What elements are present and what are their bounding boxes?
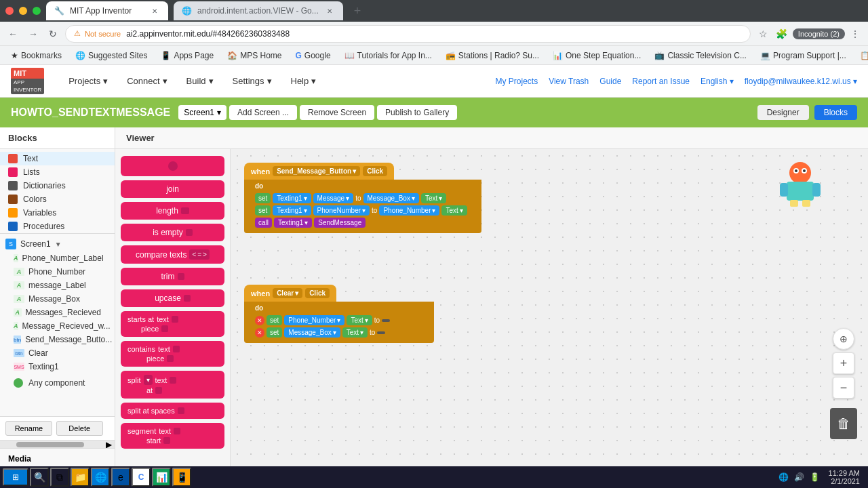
my-projects-link[interactable]: My Projects (495, 77, 538, 86)
comp-phone-number[interactable]: A Phone_Number (0, 265, 115, 279)
canvas-area[interactable]: when Send_Message_Button ▾ Click do (231, 149, 868, 466)
message-label-text: message_Label (28, 281, 86, 290)
comp-send-message-btn[interactable]: btn Send_Message_Butto... (0, 333, 115, 346)
palette-isempty-block[interactable]: is empty (121, 224, 224, 241)
palette-contains-block[interactable]: contains text piece (121, 341, 224, 367)
screen1-header[interactable]: S Screen1 ▼ (0, 237, 115, 251)
start-button[interactable]: ⊞ (3, 468, 28, 486)
extensions-button[interactable]: 🧩 (773, 26, 790, 42)
block-any-component[interactable]: Any component (0, 376, 115, 390)
taskbar-app2[interactable]: 📱 (172, 468, 191, 487)
add-screen-button[interactable]: Add Screen ... (229, 105, 297, 120)
onestep-bookmark[interactable]: 📊 One Step Equation... (547, 49, 646, 62)
block-colors[interactable]: Colors (0, 192, 115, 206)
palette-length-block[interactable]: length (121, 202, 224, 220)
tab-close-icon[interactable]: ✕ (149, 5, 160, 16)
nav-build[interactable]: Build ▾ (178, 73, 222, 89)
palette-trim-block[interactable]: trim (121, 268, 224, 285)
classic-tv-bookmark[interactable]: 📺 Classic Television C... (649, 49, 751, 62)
back-button[interactable]: ← (5, 26, 20, 42)
url-bar[interactable]: ⚠ Not secure ai2.appinventor.mit.edu/#48… (65, 25, 751, 43)
remove-screen-button[interactable]: Remove Screen (300, 105, 374, 120)
view-trash-link[interactable]: View Trash (549, 77, 589, 86)
suggested-sites-bookmark[interactable]: 🌐 Suggested Sites (70, 49, 153, 62)
report-card-bookmark[interactable]: 📋 101 Report Card Co... (854, 49, 868, 62)
comp-message-received-w[interactable]: A Message_Recieved_w... (0, 319, 115, 333)
taskbar-file-explorer[interactable]: 📁 (71, 468, 90, 487)
bookmark-star-button[interactable]: ☆ (756, 26, 770, 42)
inactive-tab-close-icon[interactable]: ✕ (324, 5, 335, 16)
block-variables[interactable]: Variables (0, 206, 115, 220)
forward-button[interactable]: → (26, 26, 41, 42)
to-kw-clear-1: to (374, 317, 380, 324)
guide-link[interactable]: Guide (599, 77, 621, 86)
nav-projects[interactable]: Projects ▾ (60, 73, 116, 89)
texting1-dot-1: ▾ (304, 195, 307, 202)
svg-point-3 (795, 169, 797, 172)
rename-button[interactable]: Rename (5, 421, 52, 436)
win-min-btn[interactable] (19, 7, 27, 15)
classic-tv-label: Classic Television C... (667, 51, 746, 60)
nav-settings[interactable]: Settings ▾ (224, 73, 280, 89)
blocks-panel-scrollbar[interactable]: ▶ (0, 440, 115, 448)
svg-rect-7 (812, 183, 821, 197)
palette-split-block[interactable]: split ▾ text at (121, 371, 224, 399)
comp-phone-number-label[interactable]: A Phone_Number_Label (0, 251, 115, 265)
apps-page-bookmark[interactable]: 📱 Apps Page (155, 49, 219, 62)
nav-help[interactable]: Help ▾ (283, 73, 325, 89)
tutorials-bookmark[interactable]: 📖 Tutorials for App In... (339, 49, 437, 62)
taskbar-edge[interactable]: 🌐 (91, 468, 110, 487)
comp-message-label[interactable]: A message_Label (0, 279, 115, 292)
palette-comparetexts-block[interactable]: compare texts <=> (121, 245, 224, 264)
publish-gallery-button[interactable]: Publish to Gallery (377, 105, 457, 120)
event-block-clear[interactable]: when Clear ▾ Click do (244, 285, 434, 343)
text-prop-label-2: Text (446, 207, 458, 214)
palette-dot-block[interactable] (121, 156, 224, 176)
taskbar-task-view[interactable]: ⧉ (50, 468, 69, 487)
language-selector[interactable]: English ▾ (701, 77, 734, 86)
navigate-crosshair-button[interactable]: ⊕ (833, 328, 854, 350)
split-dropdown[interactable]: ▾ (144, 375, 153, 385)
designer-mode-button[interactable]: Designer (757, 105, 809, 120)
user-account[interactable]: floydip@milwaukee.k12.wi.us ▾ (745, 77, 857, 86)
trash-button[interactable]: 🗑 (830, 408, 857, 439)
active-tab[interactable]: 🔧 MIT App Inventor ✕ (46, 1, 168, 20)
stations-bookmark[interactable]: 📻 Stations | Radio? Su... (440, 49, 545, 62)
block-lists[interactable]: Lists (0, 165, 115, 179)
blocks-mode-button[interactable]: Blocks (814, 105, 857, 120)
new-tab-button[interactable]: + (349, 4, 367, 18)
empty-value-2 (377, 331, 385, 334)
zoom-in-button[interactable]: + (833, 352, 854, 374)
inactive-tab[interactable]: 🌐 android.intent.action.VIEW - Go... ✕ (174, 1, 343, 20)
screen-selector[interactable]: Screen1 ▾ (178, 105, 226, 120)
taskbar-search-button[interactable]: 🔍 (30, 468, 49, 487)
win-close-btn[interactable] (5, 7, 14, 15)
program-support-bookmark[interactable]: 💻 Program Support |... (755, 49, 852, 62)
comp-clear[interactable]: btn Clear (0, 346, 115, 360)
google-bookmark[interactable]: G Google (290, 49, 336, 62)
delete-button[interactable]: Delete (56, 421, 103, 436)
reload-button[interactable]: ↻ (46, 26, 60, 42)
palette-upcase-block[interactable]: upcase (121, 289, 224, 307)
bookmarks-folder[interactable]: ★ Bookmarks (5, 49, 67, 62)
taskbar-chrome[interactable]: C (132, 468, 151, 487)
palette-join-block[interactable]: join (121, 180, 224, 198)
comp-messages-received[interactable]: A Messages_Recieved (0, 306, 115, 319)
palette-startsat-block[interactable]: starts at text piece (121, 311, 224, 337)
palette-splitatspaces-block[interactable]: split at spaces (121, 403, 224, 419)
comp-message-box[interactable]: A Message_Box (0, 292, 115, 306)
block-procedures[interactable]: Procedures (0, 220, 115, 233)
block-dictionaries[interactable]: Dictionaries (0, 179, 115, 192)
event-block-send-message[interactable]: when Send_Message_Button ▾ Click do (244, 163, 481, 233)
taskbar-ie[interactable]: e (111, 468, 130, 487)
mps-home-bookmark[interactable]: 🏠 MPS Home (222, 49, 287, 62)
win-max-btn[interactable] (33, 7, 41, 15)
report-issue-link[interactable]: Report an Issue (632, 77, 690, 86)
nav-connect[interactable]: Connect ▾ (119, 73, 175, 89)
palette-segment-block[interactable]: segment text start (121, 423, 224, 449)
taskbar-app1[interactable]: 📊 (152, 468, 171, 487)
block-text[interactable]: Text (0, 152, 115, 165)
comp-texting1[interactable]: SMS Texting1 (0, 360, 115, 373)
more-menu-button[interactable]: ⋮ (848, 26, 863, 42)
zoom-out-button[interactable]: − (833, 377, 854, 399)
